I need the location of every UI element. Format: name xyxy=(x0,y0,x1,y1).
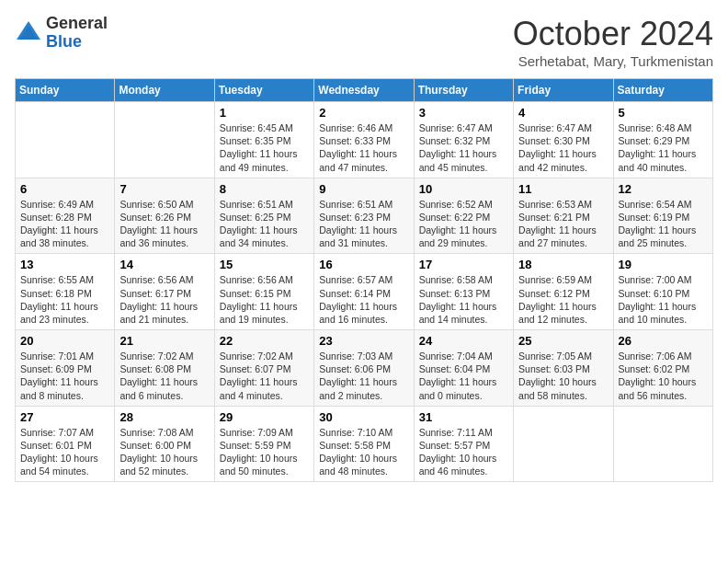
day-content: Sunrise: 6:47 AM Sunset: 6:30 PM Dayligh… xyxy=(518,121,608,174)
calendar-cell: 22Sunrise: 7:02 AM Sunset: 6:07 PM Dayli… xyxy=(214,330,313,407)
calendar-cell: 21Sunrise: 7:02 AM Sunset: 6:08 PM Dayli… xyxy=(115,330,214,407)
calendar-cell xyxy=(16,102,115,178)
day-number: 31 xyxy=(419,410,508,424)
calendar-cell: 26Sunrise: 7:06 AM Sunset: 6:02 PM Dayli… xyxy=(613,330,712,407)
day-number: 11 xyxy=(518,182,608,196)
day-content: Sunrise: 6:56 AM Sunset: 6:15 PM Dayligh… xyxy=(220,273,309,326)
day-content: Sunrise: 7:04 AM Sunset: 6:04 PM Dayligh… xyxy=(419,350,508,402)
calendar-cell: 28Sunrise: 7:08 AM Sunset: 6:00 PM Dayli… xyxy=(115,406,214,482)
calendar-cell: 27Sunrise: 7:07 AM Sunset: 6:01 PM Dayli… xyxy=(16,406,115,482)
day-number: 2 xyxy=(319,106,408,120)
day-content: Sunrise: 7:09 AM Sunset: 5:59 PM Dayligh… xyxy=(220,426,309,478)
title-area: October 2024 Serhetabat, Mary, Turkmenis… xyxy=(513,15,713,69)
calendar-cell: 10Sunrise: 6:52 AM Sunset: 6:22 PM Dayli… xyxy=(414,178,513,254)
calendar-cell: 15Sunrise: 6:56 AM Sunset: 6:15 PM Dayli… xyxy=(214,254,313,330)
day-number: 3 xyxy=(419,106,508,120)
calendar-cell: 31Sunrise: 7:11 AM Sunset: 5:57 PM Dayli… xyxy=(414,406,513,482)
day-number: 9 xyxy=(319,182,408,196)
day-number: 28 xyxy=(119,410,209,424)
week-row-3: 13Sunrise: 6:55 AM Sunset: 6:18 PM Dayli… xyxy=(16,254,713,330)
day-content: Sunrise: 7:02 AM Sunset: 6:07 PM Dayligh… xyxy=(220,350,309,402)
day-content: Sunrise: 7:11 AM Sunset: 5:57 PM Dayligh… xyxy=(419,426,508,478)
col-header-monday: Monday xyxy=(115,79,214,102)
day-number: 14 xyxy=(119,258,209,271)
week-row-5: 27Sunrise: 7:07 AM Sunset: 6:01 PM Dayli… xyxy=(16,406,713,482)
day-number: 1 xyxy=(220,106,309,120)
day-number: 23 xyxy=(319,334,408,348)
day-number: 5 xyxy=(619,106,708,120)
day-number: 13 xyxy=(20,258,109,271)
day-content: Sunrise: 7:02 AM Sunset: 6:08 PM Dayligh… xyxy=(119,350,209,402)
col-header-saturday: Saturday xyxy=(613,79,712,102)
calendar-cell xyxy=(613,406,712,482)
calendar-cell: 9Sunrise: 6:51 AM Sunset: 6:23 PM Daylig… xyxy=(314,178,414,254)
day-content: Sunrise: 6:51 AM Sunset: 6:23 PM Dayligh… xyxy=(319,198,408,250)
day-number: 24 xyxy=(419,334,508,348)
day-content: Sunrise: 6:54 AM Sunset: 6:19 PM Dayligh… xyxy=(619,198,708,250)
col-header-thursday: Thursday xyxy=(414,79,513,102)
day-content: Sunrise: 6:51 AM Sunset: 6:25 PM Dayligh… xyxy=(220,198,309,250)
calendar-cell: 8Sunrise: 6:51 AM Sunset: 6:25 PM Daylig… xyxy=(214,178,313,254)
day-number: 22 xyxy=(220,334,309,348)
calendar-cell: 2Sunrise: 6:46 AM Sunset: 6:33 PM Daylig… xyxy=(314,102,414,178)
calendar-cell: 3Sunrise: 6:47 AM Sunset: 6:32 PM Daylig… xyxy=(414,102,513,178)
day-content: Sunrise: 6:57 AM Sunset: 6:14 PM Dayligh… xyxy=(319,273,408,326)
day-number: 26 xyxy=(619,334,708,348)
day-content: Sunrise: 6:49 AM Sunset: 6:28 PM Dayligh… xyxy=(20,198,109,250)
calendar-cell: 13Sunrise: 6:55 AM Sunset: 6:18 PM Dayli… xyxy=(16,254,115,330)
logo-general: General xyxy=(46,15,108,33)
day-content: Sunrise: 6:45 AM Sunset: 6:35 PM Dayligh… xyxy=(220,121,309,174)
day-number: 27 xyxy=(20,410,109,424)
calendar-cell: 19Sunrise: 7:00 AM Sunset: 6:10 PM Dayli… xyxy=(613,254,712,330)
col-header-friday: Friday xyxy=(514,79,613,102)
week-row-1: 1Sunrise: 6:45 AM Sunset: 6:35 PM Daylig… xyxy=(16,102,713,178)
day-content: Sunrise: 7:06 AM Sunset: 6:02 PM Dayligh… xyxy=(619,350,708,402)
day-content: Sunrise: 6:52 AM Sunset: 6:22 PM Dayligh… xyxy=(419,198,508,250)
calendar-cell: 12Sunrise: 6:54 AM Sunset: 6:19 PM Dayli… xyxy=(613,178,712,254)
day-content: Sunrise: 7:01 AM Sunset: 6:09 PM Dayligh… xyxy=(20,350,109,402)
calendar-cell: 16Sunrise: 6:57 AM Sunset: 6:14 PM Dayli… xyxy=(314,254,414,330)
calendar-cell: 7Sunrise: 6:50 AM Sunset: 6:26 PM Daylig… xyxy=(115,178,214,254)
day-number: 16 xyxy=(319,258,408,271)
day-number: 18 xyxy=(518,258,608,271)
day-number: 29 xyxy=(220,410,309,424)
day-number: 10 xyxy=(419,182,508,196)
day-content: Sunrise: 7:00 AM Sunset: 6:10 PM Dayligh… xyxy=(619,273,708,326)
calendar-cell xyxy=(514,406,613,482)
week-row-4: 20Sunrise: 7:01 AM Sunset: 6:09 PM Dayli… xyxy=(16,330,713,407)
day-number: 4 xyxy=(518,106,608,120)
logo-icon xyxy=(15,19,42,47)
week-row-2: 6Sunrise: 6:49 AM Sunset: 6:28 PM Daylig… xyxy=(16,178,713,254)
day-content: Sunrise: 6:58 AM Sunset: 6:13 PM Dayligh… xyxy=(419,273,508,326)
day-content: Sunrise: 6:46 AM Sunset: 6:33 PM Dayligh… xyxy=(319,121,408,174)
calendar-cell: 11Sunrise: 6:53 AM Sunset: 6:21 PM Dayli… xyxy=(514,178,613,254)
day-number: 30 xyxy=(319,410,408,424)
calendar-cell: 29Sunrise: 7:09 AM Sunset: 5:59 PM Dayli… xyxy=(214,406,313,482)
day-content: Sunrise: 7:05 AM Sunset: 6:03 PM Dayligh… xyxy=(518,350,608,402)
day-content: Sunrise: 7:03 AM Sunset: 6:06 PM Dayligh… xyxy=(319,350,408,402)
day-number: 17 xyxy=(419,258,508,271)
day-content: Sunrise: 6:48 AM Sunset: 6:29 PM Dayligh… xyxy=(619,121,708,174)
month-title: October 2024 xyxy=(513,15,713,53)
day-number: 8 xyxy=(220,182,309,196)
calendar-cell: 30Sunrise: 7:10 AM Sunset: 5:58 PM Dayli… xyxy=(314,406,414,482)
calendar-cell: 18Sunrise: 6:59 AM Sunset: 6:12 PM Dayli… xyxy=(514,254,613,330)
day-content: Sunrise: 6:59 AM Sunset: 6:12 PM Dayligh… xyxy=(518,273,608,326)
logo-blue: Blue xyxy=(46,33,108,52)
day-content: Sunrise: 6:55 AM Sunset: 6:18 PM Dayligh… xyxy=(20,273,109,326)
calendar-cell: 1Sunrise: 6:45 AM Sunset: 6:35 PM Daylig… xyxy=(214,102,313,178)
day-content: Sunrise: 6:53 AM Sunset: 6:21 PM Dayligh… xyxy=(518,198,608,250)
day-number: 15 xyxy=(220,258,309,271)
location-subtitle: Serhetabat, Mary, Turkmenistan xyxy=(513,53,713,69)
calendar-cell: 5Sunrise: 6:48 AM Sunset: 6:29 PM Daylig… xyxy=(613,102,712,178)
day-number: 21 xyxy=(119,334,209,348)
day-number: 7 xyxy=(119,182,209,196)
day-content: Sunrise: 7:07 AM Sunset: 6:01 PM Dayligh… xyxy=(20,426,109,478)
calendar-cell: 4Sunrise: 6:47 AM Sunset: 6:30 PM Daylig… xyxy=(514,102,613,178)
day-number: 6 xyxy=(20,182,109,196)
calendar-cell: 6Sunrise: 6:49 AM Sunset: 6:28 PM Daylig… xyxy=(16,178,115,254)
day-number: 25 xyxy=(518,334,608,348)
day-number: 12 xyxy=(619,182,708,196)
col-header-wednesday: Wednesday xyxy=(314,79,414,102)
calendar-cell: 25Sunrise: 7:05 AM Sunset: 6:03 PM Dayli… xyxy=(514,330,613,407)
